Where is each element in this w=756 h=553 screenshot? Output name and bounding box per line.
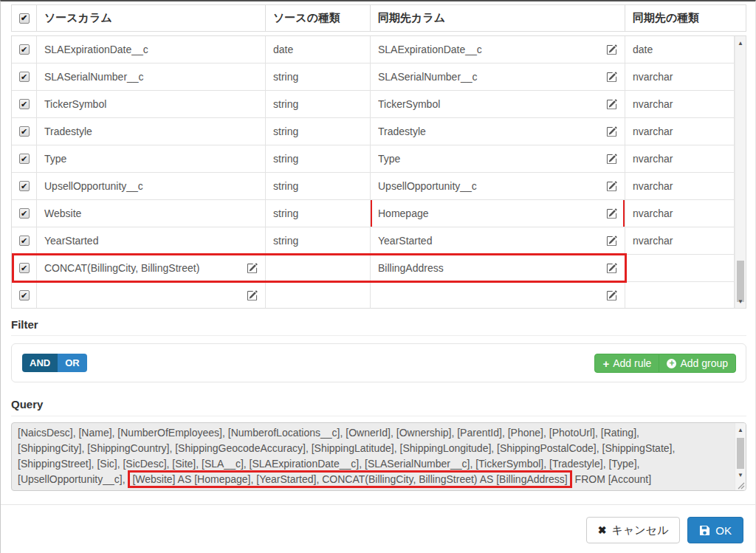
source-cell: CONCAT(BillingCity, BillingStreet)	[37, 255, 266, 281]
source-type-cell: string	[266, 145, 371, 172]
select-all-checkbox[interactable]: ✔	[19, 13, 30, 24]
query-textarea[interactable]: [NaicsDesc], [Name], [NumberOfEmployees]…	[11, 422, 746, 491]
row-checkbox[interactable]: ✔	[19, 44, 30, 55]
resize-grip-icon[interactable]	[738, 482, 745, 490]
dest-type-cell	[625, 282, 735, 309]
mapping-table-body-rows: ✔ SLAExpirationDate__c date SLAExpiratio…	[12, 36, 735, 309]
dest-cell-text: Type	[378, 153, 602, 165]
dest-cell: UpsellOpportunity__c	[371, 173, 625, 199]
ok-button[interactable]: OK	[687, 517, 743, 543]
table-row: ✔ TickerSymbol string TickerSymbol nvarc…	[12, 91, 735, 118]
query-line: [UpsellOpportunity__c], [Website] AS [Ho…	[18, 472, 732, 487]
check-icon: ✔	[21, 237, 27, 245]
dest-cell: Tradestyle	[371, 118, 625, 145]
dest-type-cell: nvarchar	[625, 173, 735, 199]
or-button[interactable]: OR	[58, 354, 87, 372]
dest-cell-text: Homepage	[378, 207, 602, 219]
source-cell-text: YearStarted	[44, 235, 258, 247]
row-checkbox-cell: ✔	[12, 227, 37, 254]
source-edit-icon[interactable]	[247, 290, 258, 301]
dest-edit-icon[interactable]	[606, 236, 617, 247]
query-section-label: Query	[11, 398, 43, 411]
query-highlight-box: [Website] AS [Homepage], [YearStarted], …	[128, 470, 571, 488]
dest-edit-icon[interactable]	[606, 181, 617, 192]
dest-cell	[371, 282, 625, 309]
dest-edit-icon[interactable]	[606, 290, 617, 301]
row-checkbox[interactable]: ✔	[19, 290, 30, 300]
check-icon: ✔	[21, 182, 27, 190]
dest-edit-icon[interactable]	[606, 99, 617, 110]
query-scroll-up-icon[interactable]: ▲	[735, 425, 746, 435]
query-scrollbar-thumb[interactable]	[737, 438, 744, 469]
cancel-label: キャンセル	[612, 523, 669, 537]
query-scrollbar[interactable]: ▲ ▼	[735, 423, 746, 490]
source-cell-text: CONCAT(BillingCity, BillingStreet)	[44, 262, 242, 274]
column-mapping-dialog: ✔ ソースカラム ソースの種類 同期先カラム 同期先の種類 ✔ SLAExpir…	[0, 0, 756, 553]
row-checkbox[interactable]: ✔	[19, 126, 30, 137]
check-icon: ✔	[21, 128, 27, 136]
dest-edit-icon[interactable]	[606, 208, 617, 219]
query-line: [NaicsDesc], [Name], [NumberOfEmployees]…	[18, 425, 732, 441]
row-checkbox[interactable]: ✔	[19, 72, 30, 82]
row-checkbox[interactable]: ✔	[19, 208, 30, 219]
row-checkbox-cell: ✔	[12, 63, 37, 90]
row-checkbox[interactable]: ✔	[19, 263, 30, 273]
source-cell	[37, 282, 266, 309]
cancel-button[interactable]: ✖ キャンセル	[586, 517, 681, 543]
source-type-cell: string	[266, 173, 371, 199]
source-cell-text: Type	[44, 153, 258, 165]
check-icon: ✔	[21, 46, 27, 54]
header-source-type: ソースの種類	[266, 5, 371, 31]
dest-cell: Homepage	[371, 200, 625, 227]
andor-toggle: AND OR	[22, 354, 87, 372]
query-scroll-down-icon[interactable]: ▼	[735, 470, 746, 480]
add-rule-button[interactable]: + Add rule	[594, 354, 659, 373]
query-divider	[11, 416, 746, 416]
table-row: ✔ UpsellOpportunity__c string UpsellOppo…	[12, 173, 735, 200]
dest-edit-icon[interactable]	[606, 126, 617, 137]
source-edit-icon[interactable]	[247, 263, 258, 274]
source-cell: SLAExpirationDate__c	[37, 36, 266, 63]
scroll-down-icon[interactable]: ▼	[735, 296, 746, 306]
dest-edit-icon[interactable]	[606, 154, 617, 165]
check-icon: ✔	[21, 210, 27, 218]
dest-cell-text: Tradestyle	[378, 126, 602, 137]
ok-label: OK	[715, 524, 732, 537]
dest-cell: SLAExpirationDate__c	[371, 36, 625, 63]
dest-type-cell: nvarchar	[625, 63, 735, 90]
row-checkbox[interactable]: ✔	[19, 99, 30, 109]
source-cell-text: TickerSymbol	[44, 98, 258, 110]
add-group-button[interactable]: + Add group	[659, 354, 736, 373]
row-checkbox-cell: ✔	[12, 118, 37, 145]
dest-edit-icon[interactable]	[606, 263, 617, 274]
row-checkbox[interactable]: ✔	[19, 236, 30, 246]
scroll-up-icon[interactable]: ▲	[735, 38, 746, 48]
dest-type-cell: nvarchar	[625, 145, 735, 172]
header-select-all-cell: ✔	[12, 5, 37, 31]
row-checkbox-cell: ✔	[12, 282, 37, 309]
dest-edit-icon[interactable]	[606, 72, 617, 83]
add-group-label: Add group	[680, 357, 728, 369]
row-checkbox-cell: ✔	[12, 173, 37, 199]
dest-cell-text: YearStarted	[378, 235, 602, 247]
table-row: ✔ YearStarted string YearStarted nvarcha…	[12, 227, 735, 255]
source-type-cell: string	[266, 227, 371, 254]
table-row: ✔ SLASerialNumber__c string SLASerialNum…	[12, 63, 735, 91]
dest-cell: YearStarted	[371, 227, 625, 254]
check-icon: ✔	[21, 14, 27, 22]
row-checkbox-cell: ✔	[12, 145, 37, 172]
add-rule-label: Add rule	[613, 357, 651, 369]
row-checkbox[interactable]: ✔	[19, 154, 30, 164]
table-row: ✔	[12, 282, 735, 309]
circle-plus-icon: +	[667, 359, 676, 368]
table-scrollbar[interactable]: ▲ ▼	[735, 36, 746, 308]
row-checkbox-cell: ✔	[12, 91, 37, 117]
row-checkbox-cell: ✔	[12, 255, 37, 281]
dest-cell-text: SLAExpirationDate__c	[378, 44, 602, 55]
check-icon: ✔	[21, 100, 27, 109]
and-button[interactable]: AND	[22, 354, 58, 372]
row-checkbox-cell: ✔	[12, 36, 37, 63]
source-cell: Website	[37, 200, 266, 227]
row-checkbox[interactable]: ✔	[19, 181, 30, 191]
dest-edit-icon[interactable]	[606, 44, 617, 55]
